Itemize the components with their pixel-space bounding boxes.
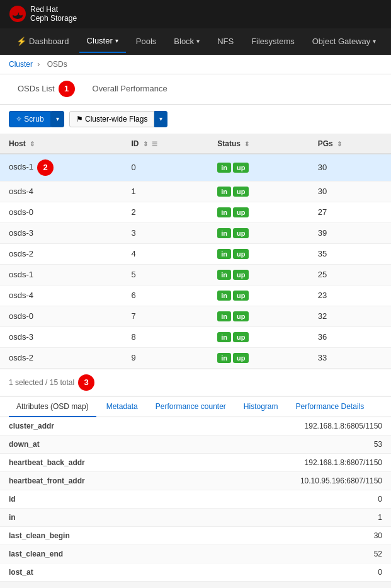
cell-id: 5 xyxy=(122,264,208,285)
cell-id: 0 xyxy=(122,154,208,182)
nav-pools[interactable]: Pools xyxy=(128,30,164,52)
table-row[interactable]: osds-120inup30 xyxy=(0,154,391,182)
tab-overall-performance[interactable]: Overall Performance xyxy=(84,74,176,105)
cell-pgs: 39 xyxy=(309,222,391,243)
cell-host: osds-4 xyxy=(0,285,122,306)
cell-host: osds-12 xyxy=(0,154,122,182)
content-area: OSDs List 1 Overall Performance ✧ Scrub … xyxy=(0,74,391,582)
breadcrumb-cluster[interactable]: Cluster xyxy=(9,60,33,69)
cell-host: osds-0 xyxy=(0,202,122,222)
table-row[interactable]: osds-15inup25 xyxy=(0,264,391,285)
table-header-row: Host ⇕ ID ⇕ ☰ Status ⇕ PGs ⇕ xyxy=(0,134,391,154)
attr-key: heartbeat_back_addr xyxy=(0,453,126,471)
detail-tab-histogram[interactable]: Histogram xyxy=(236,397,286,417)
id-filter-icon: ☰ xyxy=(152,141,157,147)
table-row[interactable]: osds-38inup36 xyxy=(0,326,391,347)
attr-key: cluster_addr xyxy=(0,417,126,435)
cell-pgs: 33 xyxy=(309,347,391,368)
cell-id: 8 xyxy=(122,326,208,347)
osds-table: Host ⇕ ID ⇕ ☰ Status ⇕ PGs ⇕ xyxy=(0,134,391,369)
col-pgs[interactable]: PGs ⇕ xyxy=(309,134,391,154)
detail-tab-metadata[interactable]: Metadata xyxy=(99,397,145,417)
cluster-dropdown-icon: ▾ xyxy=(115,37,118,44)
id-sort-icon: ⇕ xyxy=(143,141,148,147)
attr-value: 10.10.95.196:6807/1150 xyxy=(126,471,391,490)
attr-row: down_at53 xyxy=(0,435,391,453)
detail-tab-performance-counter[interactable]: Performance counter xyxy=(148,397,234,417)
callout-3: 3 xyxy=(78,374,94,391)
breadcrumb-osds: OSDs xyxy=(47,60,67,69)
table-row[interactable]: osds-33inup39 xyxy=(0,222,391,243)
scrub-button[interactable]: ✧ Scrub xyxy=(9,111,51,127)
detail-tab-attributes[interactable]: Attributes (OSD map) xyxy=(9,397,96,417)
tab-osds-list[interactable]: OSDs List 1 xyxy=(9,74,84,105)
attr-row: cluster_addr192.168.1.8:6805/1150 xyxy=(0,417,391,435)
attr-key: last_clean_begin xyxy=(0,526,126,545)
cell-host: osds-2 xyxy=(0,243,122,264)
host-sort-icon: ⇕ xyxy=(30,141,35,147)
attr-row: lost_at0 xyxy=(0,563,391,581)
table-footer: 1 selected / 15 total 3 xyxy=(0,369,391,396)
attr-row: in1 xyxy=(0,508,391,526)
cell-pgs: 30 xyxy=(309,154,391,182)
attr-key: id xyxy=(0,490,126,508)
col-host[interactable]: Host ⇕ xyxy=(0,134,122,154)
object-gateway-dropdown-icon: ▾ xyxy=(373,38,376,45)
flags-dropdown-button[interactable]: ▾ xyxy=(154,111,167,127)
table-row[interactable]: osds-29inup33 xyxy=(0,347,391,368)
attr-key: lost_at xyxy=(0,563,126,581)
nav-dashboard[interactable]: ⚡ Dashboard xyxy=(9,30,77,52)
scrub-dropdown-icon: ▾ xyxy=(56,115,59,122)
cluster-flags-button[interactable]: ⚑ Cluster-wide Flags xyxy=(69,111,155,127)
top-nav: Red Hat Ceph Storage xyxy=(0,0,391,28)
table-row[interactable]: osds-46inup23 xyxy=(0,285,391,306)
attr-key: last_clean_end xyxy=(0,545,126,563)
badge-in: in xyxy=(217,332,231,342)
table-row[interactable]: osds-02inup27 xyxy=(0,202,391,222)
cell-host: osds-3 xyxy=(0,326,122,347)
cell-status: inup xyxy=(208,326,309,347)
nav-filesystems[interactable]: Filesystems xyxy=(244,30,302,52)
cell-host: osds-3 xyxy=(0,222,122,243)
table-row[interactable]: osds-41inup30 xyxy=(0,181,391,202)
nav-object-gateway[interactable]: Object Gateway ▾ xyxy=(305,30,384,52)
cell-pgs: 32 xyxy=(309,306,391,326)
attr-row: last_clean_begin30 xyxy=(0,526,391,545)
col-status[interactable]: Status ⇕ xyxy=(208,134,309,154)
table-row[interactable]: osds-07inup32 xyxy=(0,306,391,326)
scrub-dropdown-button[interactable]: ▾ xyxy=(51,111,64,127)
callout-2: 2 xyxy=(37,159,54,176)
badge-in: in xyxy=(217,228,231,238)
table-row[interactable]: osds-24inup35 xyxy=(0,243,391,264)
detail-tab-performance-details[interactable]: Performance Details xyxy=(288,397,372,417)
badge-in: in xyxy=(217,311,231,321)
nav-nfs[interactable]: NFS xyxy=(210,30,241,52)
attr-value: 52 xyxy=(126,545,391,563)
cell-id: 2 xyxy=(122,202,208,222)
attr-value: 192.168.1.8:6805/1150 xyxy=(126,417,391,435)
badge-in: in xyxy=(217,249,231,259)
badge-in: in xyxy=(217,187,231,197)
osds-table-container: Host ⇕ ID ⇕ ☰ Status ⇕ PGs ⇕ xyxy=(0,134,391,369)
badge-in: in xyxy=(217,291,231,301)
block-dropdown-icon: ▾ xyxy=(196,38,200,45)
callout-1: 1 xyxy=(59,81,75,97)
attributes-section: cluster_addr192.168.1.8:6805/1150down_at… xyxy=(0,417,391,582)
flags-btn-group: ⚑ Cluster-wide Flags ▾ xyxy=(69,111,168,127)
flags-dropdown-icon: ▾ xyxy=(159,115,162,122)
col-id[interactable]: ID ⇕ ☰ xyxy=(122,134,208,154)
detail-tab-bar: Attributes (OSD map) Metadata Performanc… xyxy=(0,396,391,417)
logo-text: Red Hat Ceph Storage xyxy=(30,5,77,23)
main-nav: ⚡ Dashboard Cluster ▾ Pools Block ▾ NFS … xyxy=(0,28,391,55)
cell-status: inup xyxy=(208,306,309,326)
nav-cluster[interactable]: Cluster ▾ xyxy=(79,30,126,53)
badge-in: in xyxy=(217,353,231,363)
dashboard-icon: ⚡ xyxy=(16,37,26,46)
badge-up: up xyxy=(233,163,249,173)
attr-value: 1 xyxy=(126,508,391,526)
cell-pgs: 25 xyxy=(309,264,391,285)
nav-block[interactable]: Block ▾ xyxy=(166,30,207,52)
pgs-sort-icon: ⇕ xyxy=(337,141,342,147)
badge-up: up xyxy=(233,270,249,280)
logo: Red Hat Ceph Storage xyxy=(9,5,77,23)
